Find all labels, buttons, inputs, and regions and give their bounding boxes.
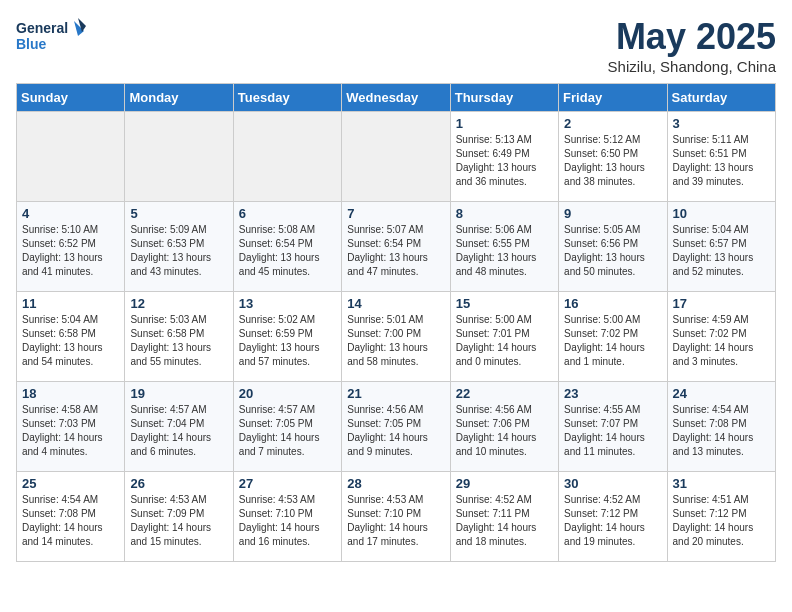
- calendar-cell: 18Sunrise: 4:58 AM Sunset: 7:03 PM Dayli…: [17, 382, 125, 472]
- day-info: Sunrise: 4:56 AM Sunset: 7:05 PM Dayligh…: [347, 403, 444, 459]
- weekday-header-row: SundayMondayTuesdayWednesdayThursdayFrid…: [17, 84, 776, 112]
- day-number: 3: [673, 116, 770, 131]
- day-number: 17: [673, 296, 770, 311]
- calendar-cell: 3Sunrise: 5:11 AM Sunset: 6:51 PM Daylig…: [667, 112, 775, 202]
- day-info: Sunrise: 4:53 AM Sunset: 7:09 PM Dayligh…: [130, 493, 227, 549]
- calendar-cell: 21Sunrise: 4:56 AM Sunset: 7:05 PM Dayli…: [342, 382, 450, 472]
- day-info: Sunrise: 5:10 AM Sunset: 6:52 PM Dayligh…: [22, 223, 119, 279]
- day-info: Sunrise: 5:12 AM Sunset: 6:50 PM Dayligh…: [564, 133, 661, 189]
- weekday-header-friday: Friday: [559, 84, 667, 112]
- day-number: 13: [239, 296, 336, 311]
- page-header: GeneralBlue May 2025 Shizilu, Shandong, …: [16, 16, 776, 75]
- calendar-week-row: 18Sunrise: 4:58 AM Sunset: 7:03 PM Dayli…: [17, 382, 776, 472]
- calendar-week-row: 11Sunrise: 5:04 AM Sunset: 6:58 PM Dayli…: [17, 292, 776, 382]
- day-info: Sunrise: 5:00 AM Sunset: 7:01 PM Dayligh…: [456, 313, 553, 369]
- day-info: Sunrise: 5:08 AM Sunset: 6:54 PM Dayligh…: [239, 223, 336, 279]
- day-info: Sunrise: 4:53 AM Sunset: 7:10 PM Dayligh…: [347, 493, 444, 549]
- calendar-cell: 16Sunrise: 5:00 AM Sunset: 7:02 PM Dayli…: [559, 292, 667, 382]
- calendar-cell: 29Sunrise: 4:52 AM Sunset: 7:11 PM Dayli…: [450, 472, 558, 562]
- day-number: 19: [130, 386, 227, 401]
- calendar-cell: 24Sunrise: 4:54 AM Sunset: 7:08 PM Dayli…: [667, 382, 775, 472]
- location: Shizilu, Shandong, China: [608, 58, 776, 75]
- day-info: Sunrise: 5:01 AM Sunset: 7:00 PM Dayligh…: [347, 313, 444, 369]
- day-number: 22: [456, 386, 553, 401]
- day-info: Sunrise: 4:56 AM Sunset: 7:06 PM Dayligh…: [456, 403, 553, 459]
- title-block: May 2025 Shizilu, Shandong, China: [608, 16, 776, 75]
- day-info: Sunrise: 4:54 AM Sunset: 7:08 PM Dayligh…: [673, 403, 770, 459]
- day-info: Sunrise: 4:55 AM Sunset: 7:07 PM Dayligh…: [564, 403, 661, 459]
- day-number: 5: [130, 206, 227, 221]
- weekday-header-wednesday: Wednesday: [342, 84, 450, 112]
- day-number: 28: [347, 476, 444, 491]
- day-number: 30: [564, 476, 661, 491]
- logo: GeneralBlue: [16, 16, 86, 56]
- calendar-cell: 11Sunrise: 5:04 AM Sunset: 6:58 PM Dayli…: [17, 292, 125, 382]
- day-info: Sunrise: 5:13 AM Sunset: 6:49 PM Dayligh…: [456, 133, 553, 189]
- calendar-cell: 2Sunrise: 5:12 AM Sunset: 6:50 PM Daylig…: [559, 112, 667, 202]
- calendar-cell: 10Sunrise: 5:04 AM Sunset: 6:57 PM Dayli…: [667, 202, 775, 292]
- day-info: Sunrise: 4:52 AM Sunset: 7:12 PM Dayligh…: [564, 493, 661, 549]
- calendar-cell: [17, 112, 125, 202]
- calendar-cell: [233, 112, 341, 202]
- calendar-cell: 19Sunrise: 4:57 AM Sunset: 7:04 PM Dayli…: [125, 382, 233, 472]
- day-number: 7: [347, 206, 444, 221]
- day-info: Sunrise: 5:00 AM Sunset: 7:02 PM Dayligh…: [564, 313, 661, 369]
- calendar-cell: 27Sunrise: 4:53 AM Sunset: 7:10 PM Dayli…: [233, 472, 341, 562]
- day-number: 4: [22, 206, 119, 221]
- day-number: 15: [456, 296, 553, 311]
- calendar-cell: 15Sunrise: 5:00 AM Sunset: 7:01 PM Dayli…: [450, 292, 558, 382]
- day-number: 16: [564, 296, 661, 311]
- day-number: 1: [456, 116, 553, 131]
- calendar-cell: 7Sunrise: 5:07 AM Sunset: 6:54 PM Daylig…: [342, 202, 450, 292]
- day-number: 20: [239, 386, 336, 401]
- day-info: Sunrise: 4:54 AM Sunset: 7:08 PM Dayligh…: [22, 493, 119, 549]
- day-info: Sunrise: 4:58 AM Sunset: 7:03 PM Dayligh…: [22, 403, 119, 459]
- day-number: 11: [22, 296, 119, 311]
- day-number: 25: [22, 476, 119, 491]
- day-info: Sunrise: 5:04 AM Sunset: 6:57 PM Dayligh…: [673, 223, 770, 279]
- svg-text:General: General: [16, 20, 68, 36]
- day-info: Sunrise: 4:51 AM Sunset: 7:12 PM Dayligh…: [673, 493, 770, 549]
- calendar-cell: 17Sunrise: 4:59 AM Sunset: 7:02 PM Dayli…: [667, 292, 775, 382]
- svg-text:Blue: Blue: [16, 36, 47, 52]
- day-number: 29: [456, 476, 553, 491]
- weekday-header-thursday: Thursday: [450, 84, 558, 112]
- weekday-header-saturday: Saturday: [667, 84, 775, 112]
- day-number: 21: [347, 386, 444, 401]
- day-info: Sunrise: 5:03 AM Sunset: 6:58 PM Dayligh…: [130, 313, 227, 369]
- calendar-cell: 20Sunrise: 4:57 AM Sunset: 7:05 PM Dayli…: [233, 382, 341, 472]
- calendar-cell: [125, 112, 233, 202]
- logo-svg: GeneralBlue: [16, 16, 86, 56]
- weekday-header-tuesday: Tuesday: [233, 84, 341, 112]
- day-info: Sunrise: 4:57 AM Sunset: 7:05 PM Dayligh…: [239, 403, 336, 459]
- day-info: Sunrise: 4:52 AM Sunset: 7:11 PM Dayligh…: [456, 493, 553, 549]
- day-info: Sunrise: 5:07 AM Sunset: 6:54 PM Dayligh…: [347, 223, 444, 279]
- calendar-cell: 1Sunrise: 5:13 AM Sunset: 6:49 PM Daylig…: [450, 112, 558, 202]
- weekday-header-monday: Monday: [125, 84, 233, 112]
- calendar-cell: 30Sunrise: 4:52 AM Sunset: 7:12 PM Dayli…: [559, 472, 667, 562]
- day-number: 10: [673, 206, 770, 221]
- day-number: 6: [239, 206, 336, 221]
- day-number: 23: [564, 386, 661, 401]
- day-info: Sunrise: 4:57 AM Sunset: 7:04 PM Dayligh…: [130, 403, 227, 459]
- day-number: 31: [673, 476, 770, 491]
- day-number: 12: [130, 296, 227, 311]
- calendar-cell: 28Sunrise: 4:53 AM Sunset: 7:10 PM Dayli…: [342, 472, 450, 562]
- calendar-cell: 9Sunrise: 5:05 AM Sunset: 6:56 PM Daylig…: [559, 202, 667, 292]
- month-title: May 2025: [608, 16, 776, 58]
- day-number: 9: [564, 206, 661, 221]
- calendar-cell: 14Sunrise: 5:01 AM Sunset: 7:00 PM Dayli…: [342, 292, 450, 382]
- day-number: 2: [564, 116, 661, 131]
- day-info: Sunrise: 5:09 AM Sunset: 6:53 PM Dayligh…: [130, 223, 227, 279]
- calendar-cell: 13Sunrise: 5:02 AM Sunset: 6:59 PM Dayli…: [233, 292, 341, 382]
- day-info: Sunrise: 5:05 AM Sunset: 6:56 PM Dayligh…: [564, 223, 661, 279]
- calendar-cell: 26Sunrise: 4:53 AM Sunset: 7:09 PM Dayli…: [125, 472, 233, 562]
- calendar-week-row: 25Sunrise: 4:54 AM Sunset: 7:08 PM Dayli…: [17, 472, 776, 562]
- day-info: Sunrise: 4:53 AM Sunset: 7:10 PM Dayligh…: [239, 493, 336, 549]
- calendar-table: SundayMondayTuesdayWednesdayThursdayFrid…: [16, 83, 776, 562]
- weekday-header-sunday: Sunday: [17, 84, 125, 112]
- calendar-cell: 22Sunrise: 4:56 AM Sunset: 7:06 PM Dayli…: [450, 382, 558, 472]
- calendar-week-row: 1Sunrise: 5:13 AM Sunset: 6:49 PM Daylig…: [17, 112, 776, 202]
- day-number: 8: [456, 206, 553, 221]
- day-info: Sunrise: 5:06 AM Sunset: 6:55 PM Dayligh…: [456, 223, 553, 279]
